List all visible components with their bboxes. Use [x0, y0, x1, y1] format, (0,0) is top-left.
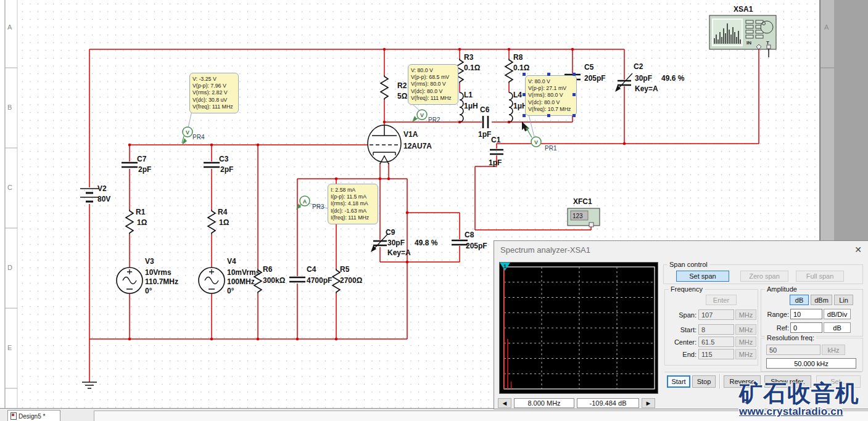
component-l4-inductor[interactable] [509, 92, 513, 122]
label-v2-val: 80V [97, 195, 110, 203]
label-c2-val: 30pF [635, 74, 652, 83]
xsa1-label: XSA1 [734, 5, 753, 14]
pr2-line: V(rms): 80.0 V [411, 81, 455, 88]
instrument-xsa1[interactable]: IN T [709, 15, 776, 57]
pr1-name: PR1 [545, 145, 557, 152]
span-field[interactable]: 107 [698, 309, 734, 320]
label-c1-val: 1pF [489, 158, 502, 167]
start-unit: MHz [735, 324, 756, 335]
dbm-button[interactable]: dBm [811, 295, 832, 305]
full-span-button[interactable]: Full span [796, 271, 844, 282]
resolution-field[interactable]: 50 [766, 345, 820, 355]
component-v3-ac-source[interactable] [117, 268, 143, 293]
component-c4-capacitor[interactable] [289, 277, 305, 282]
label-r1-ref: R1 [136, 208, 146, 216]
lin-button[interactable]: Lin [834, 295, 853, 305]
zero-span-button[interactable]: Zero span [740, 271, 788, 282]
set-span-button[interactable]: Set span [676, 271, 729, 282]
resolution-display: 50.000 kHz [766, 358, 856, 369]
pr4-line: V(dc): 30.8 uV [192, 97, 236, 104]
watermark-text: 矿石收音机 [739, 381, 868, 406]
instrument-xfc1[interactable]: 123 [568, 208, 600, 227]
frequency-group: Frequency Enter Span: 107 MHz Start: 8 M… [664, 289, 758, 366]
cursor-right-button[interactable]: ► [642, 398, 655, 408]
close-icon[interactable]: ✕ [851, 243, 866, 256]
label-v4-ref: V4 [227, 257, 236, 266]
start-button[interactable]: Start [667, 375, 690, 388]
probe-pr4[interactable]: V [182, 127, 192, 145]
ref-field[interactable]: 0 [790, 322, 822, 333]
analyzer-display[interactable]: 1 [499, 262, 658, 394]
label-c8-ref: C8 [465, 231, 474, 239]
component-v4-ac-source[interactable] [199, 268, 225, 293]
button-row-divider [664, 372, 862, 372]
component-r4-resistor[interactable] [208, 210, 215, 234]
enter-button[interactable]: Enter [706, 295, 737, 305]
start-field[interactable]: 8 [698, 324, 734, 335]
xsa1-t-terminal[interactable] [767, 45, 771, 49]
label-v3-line1: 10Vrms [145, 268, 172, 277]
ground-symbol[interactable] [82, 382, 97, 388]
label-r3-val: 0.1Ω [464, 63, 481, 72]
range-unit[interactable]: dB/Div [824, 309, 851, 319]
end-field[interactable]: 115 [698, 349, 734, 359]
range-field[interactable]: 10 [790, 309, 822, 319]
amplitude-group: Amplitude dB dBm Lin Range: 10 dB/Div Re… [761, 289, 863, 337]
db-button[interactable]: dB [790, 295, 809, 305]
probe-box-pr3[interactable]: I: 2.58 mA I(p-p): 11.5 mA I(rms): 4.18 … [328, 184, 378, 224]
left-ruler-letter-e: E [7, 344, 12, 351]
pr1-type-icon: V [534, 139, 538, 145]
design-tab[interactable]: Design5 * [7, 410, 60, 421]
pr2-line: V(freq): 111 MHz [411, 95, 455, 102]
label-c2-key: Key=A [635, 84, 658, 93]
probe-box-pr2[interactable]: V: 80.0 V V(p-p): 68.5 mV V(rms): 80.0 V… [408, 64, 458, 105]
component-r1-resistor[interactable] [126, 210, 133, 234]
pr2-line: V: 80.0 V [411, 67, 455, 74]
label-c9-pct: 49.8 % [415, 239, 438, 247]
center-field[interactable]: 61.5 [698, 337, 734, 347]
component-c1-capacitor[interactable] [490, 150, 503, 154]
xsa1-in-label: IN [746, 40, 751, 46]
right-ruler-letter: A [824, 23, 829, 31]
xsa1-knob [761, 21, 773, 33]
label-v4-line2: 100MHz [227, 277, 255, 286]
pr1-line: V(rms): 80.0 V [528, 92, 574, 99]
label-r6-val: 300kΩ [263, 276, 286, 285]
component-v1a-tube[interactable] [368, 125, 401, 164]
label-v4-line1: 10mVrms [227, 268, 260, 277]
probe-pr3[interactable]: A [296, 196, 310, 210]
component-c7-capacitor[interactable] [122, 163, 138, 167]
component-r5-resistor[interactable] [333, 269, 340, 293]
ref-unit[interactable]: dB [824, 322, 851, 333]
probe-box-pr4[interactable]: V: -3.25 V V(p-p): 7.96 V V(rms): 2.82 V… [189, 73, 239, 113]
probe-box-pr1[interactable]: V: 80.0 V V(p-p): 27.1 mV V(rms): 80.0 V… [525, 75, 577, 116]
component-l1-inductor[interactable] [460, 92, 463, 122]
label-c5-val: 205pF [584, 74, 606, 83]
label-c6-val: 1pF [478, 130, 491, 139]
readout-frequency: 8.000 MHz [514, 398, 574, 408]
pr1-line: V(p-p): 27.1 mV [528, 85, 574, 92]
left-ruler-letter-a: A [7, 23, 12, 31]
pr2-line: V(dc): 80.0 V [411, 88, 455, 95]
bottom-bar: Design5 * [0, 408, 868, 421]
probe-pr2[interactable]: V [412, 110, 427, 122]
multisim-workspace: A A B C D E [0, 0, 868, 421]
cursor-left-button[interactable]: ◄ [498, 398, 511, 408]
label-r5-val: 2700Ω [340, 276, 363, 285]
range-label: Range: [763, 311, 789, 318]
span-row-label: Span: [665, 311, 696, 319]
label-c3-ref: C3 [219, 155, 229, 163]
component-c6-capacitor[interactable] [483, 116, 488, 128]
component-v2-battery[interactable] [80, 189, 99, 202]
stop-button[interactable]: Stop [692, 375, 716, 388]
label-v1a-ref: V1A [403, 130, 418, 139]
pr3-line: I: 2.58 mA [331, 187, 375, 194]
component-r8-resistor[interactable] [505, 59, 513, 83]
dialog-title: Spectrum analyzer-XSA1 [500, 245, 590, 255]
component-c2-variable-capacitor[interactable] [615, 73, 632, 92]
pr3-line: I(dc): -1.63 mA [331, 208, 375, 215]
component-r2-resistor[interactable] [381, 75, 388, 100]
label-r6-ref: R6 [263, 265, 273, 274]
label-v4-line3: 0° [227, 287, 234, 295]
component-c3-capacitor[interactable] [204, 163, 220, 167]
